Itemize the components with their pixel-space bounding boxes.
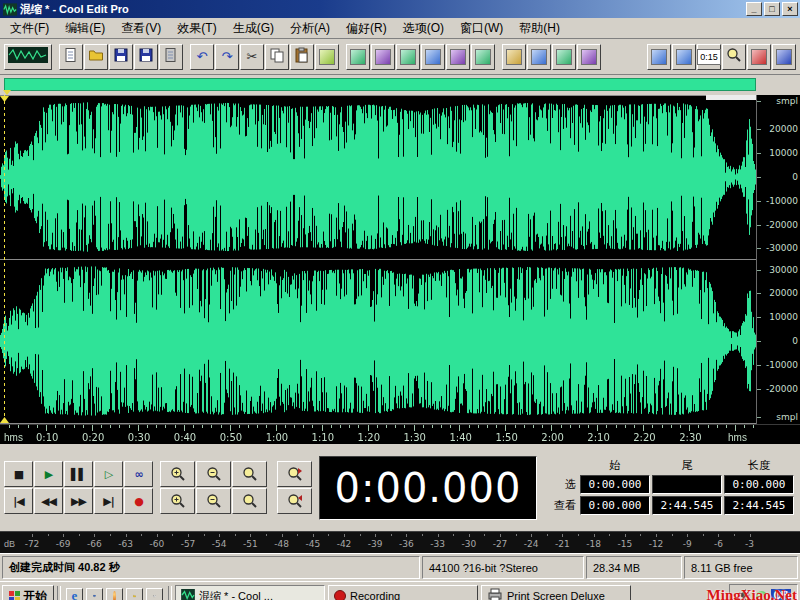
- selection-view-panel: 始尾长度选0:00.0000:00.000查看0:00.0002:44.5452…: [544, 458, 796, 517]
- task-button[interactable]: Recording: [328, 585, 478, 600]
- waveform-multitrack-toggle-button[interactable]: [4, 44, 52, 70]
- ie-icon[interactable]: e: [66, 588, 83, 600]
- undo-icon: ↶: [197, 50, 208, 63]
- frequency-analysis-button[interactable]: [577, 44, 601, 70]
- window-tile-button[interactable]: [647, 44, 671, 70]
- overview-range-bar[interactable]: [4, 78, 756, 91]
- menu-item-9[interactable]: 窗口(W): [452, 17, 511, 40]
- meter-tick-label: -57: [175, 539, 201, 549]
- meter-tick-label: -36: [393, 539, 419, 549]
- script-button[interactable]: [502, 44, 526, 70]
- transport-glyph: ▷: [105, 469, 112, 480]
- menu-item-5[interactable]: 生成(G): [225, 17, 282, 40]
- task-button[interactable]: 混缩 * - Cool ...: [175, 585, 325, 600]
- transport-controls: ■|◀▶◀◀▌▌▶▶▷▶|∞●: [4, 461, 153, 514]
- zoom-in-button[interactable]: [160, 461, 195, 487]
- zoom-left-edge-button[interactable]: [277, 488, 312, 514]
- transport-glyph: ▶▶: [71, 496, 86, 507]
- normalize-button[interactable]: [371, 44, 395, 70]
- cue-list-icon: [531, 49, 547, 65]
- selection-value-field[interactable]: 2:44.545: [724, 496, 794, 515]
- go-to-start-button[interactable]: |◀: [4, 488, 33, 514]
- fast-forward-button[interactable]: ▶▶: [64, 488, 93, 514]
- copy-button[interactable]: [265, 44, 289, 70]
- selection-value-field[interactable]: [652, 475, 722, 494]
- redo-button[interactable]: ↷: [215, 44, 239, 70]
- rewind-button[interactable]: ◀◀: [34, 488, 63, 514]
- meter-minor-tick: [422, 534, 423, 536]
- monitor-button[interactable]: [772, 44, 796, 70]
- zoom-full-button[interactable]: [232, 461, 267, 487]
- zoom-out-vertical-button[interactable]: [196, 488, 231, 514]
- meter-tick: [157, 534, 158, 537]
- play-list-button[interactable]: [552, 44, 576, 70]
- selection-value-field[interactable]: 0:00.000: [580, 496, 650, 515]
- amplify-button[interactable]: [396, 44, 420, 70]
- noise-reduction-icon: [475, 49, 491, 65]
- find-beats-button[interactable]: [722, 44, 746, 70]
- meter-tick-label: -63: [113, 539, 139, 549]
- media-player-icon[interactable]: [106, 588, 123, 600]
- meter-minor-tick: [703, 534, 704, 536]
- minimize-button[interactable]: _: [746, 2, 762, 16]
- amplitude-ruler[interactable]: smpl20000100000-10000-20000-300003000020…: [756, 95, 800, 424]
- meter-tick: [500, 534, 501, 537]
- new-file-button[interactable]: [59, 44, 83, 70]
- zoom-out-button[interactable]: [196, 461, 231, 487]
- record-enable-icon: [751, 49, 767, 65]
- menu-item-2[interactable]: 编辑(E): [57, 17, 113, 40]
- open-file-button[interactable]: [84, 44, 108, 70]
- menu-item-4[interactable]: 效果(T): [169, 17, 224, 40]
- play-to-end-button[interactable]: ▷: [94, 461, 123, 487]
- convert-sample-type-button[interactable]: [346, 44, 370, 70]
- zoom-selection-button[interactable]: [232, 488, 267, 514]
- menu-item-8[interactable]: 选项(O): [395, 17, 452, 40]
- play-button[interactable]: ▶: [34, 461, 63, 487]
- undo-button[interactable]: ↶: [190, 44, 214, 70]
- maximize-button[interactable]: □: [764, 2, 780, 16]
- selection-value-field[interactable]: 0:00.000: [580, 475, 650, 494]
- pause-button[interactable]: ▌▌: [64, 461, 93, 487]
- save-as-icon: [138, 47, 154, 66]
- meter-tick-label: -21: [549, 539, 575, 549]
- meter-tick-label: -6: [705, 539, 731, 549]
- reverb-button[interactable]: [446, 44, 470, 70]
- menu-item-6[interactable]: 分析(A): [282, 17, 338, 40]
- close-file-button[interactable]: [159, 44, 183, 70]
- mail-icon[interactable]: [146, 588, 163, 600]
- save-file-button[interactable]: [109, 44, 133, 70]
- equalizer-button[interactable]: [421, 44, 445, 70]
- task-button[interactable]: Print Screen Deluxe: [481, 585, 631, 600]
- menu-item-10[interactable]: 帮助(H): [511, 17, 568, 40]
- menu-item-1[interactable]: 文件(F): [2, 17, 57, 40]
- mix-paste-button[interactable]: [315, 44, 339, 70]
- preroll-button[interactable]: 0:15: [697, 44, 721, 70]
- zoom-in-vertical-button[interactable]: [160, 488, 195, 514]
- timeline-ruler[interactable]: hmshms0:100:200:300:400:501:001:101:201:…: [0, 424, 800, 444]
- folder-icon[interactable]: [126, 588, 143, 600]
- selection-row-view: 查看0:00.0002:44.5452:44.545: [544, 496, 796, 515]
- menu-item-7[interactable]: 偏好(R): [338, 17, 395, 40]
- go-to-end-button[interactable]: ▶|: [94, 488, 123, 514]
- cut-button[interactable]: ✂: [240, 44, 264, 70]
- loop-play-button[interactable]: ∞: [124, 461, 153, 487]
- noise-reduction-button[interactable]: [471, 44, 495, 70]
- paste-button[interactable]: [290, 44, 314, 70]
- record-enable-button[interactable]: [747, 44, 771, 70]
- close-button[interactable]: ×: [782, 2, 798, 16]
- menu-item-3[interactable]: 查看(V): [113, 17, 169, 40]
- selection-value-field[interactable]: 0:00.000: [724, 475, 794, 494]
- stop-button[interactable]: ■: [4, 461, 33, 487]
- zoom-right-edge-button[interactable]: [277, 461, 312, 487]
- save-as-button[interactable]: [134, 44, 158, 70]
- cue-list-button[interactable]: [527, 44, 551, 70]
- transport-glyph: ■: [14, 469, 23, 480]
- selection-value-field[interactable]: 2:44.545: [652, 496, 722, 515]
- window-cascade-button[interactable]: [672, 44, 696, 70]
- record-button[interactable]: ●: [124, 488, 153, 514]
- ruler-tick: [757, 177, 761, 178]
- show-desktop-icon[interactable]: [86, 588, 103, 600]
- waveform-canvas[interactable]: [0, 95, 756, 424]
- start-button[interactable]: 开始: [2, 585, 54, 600]
- level-meter[interactable]: dB -72-69-66-63-60-57-54-51-48-45-42-39-…: [0, 531, 800, 554]
